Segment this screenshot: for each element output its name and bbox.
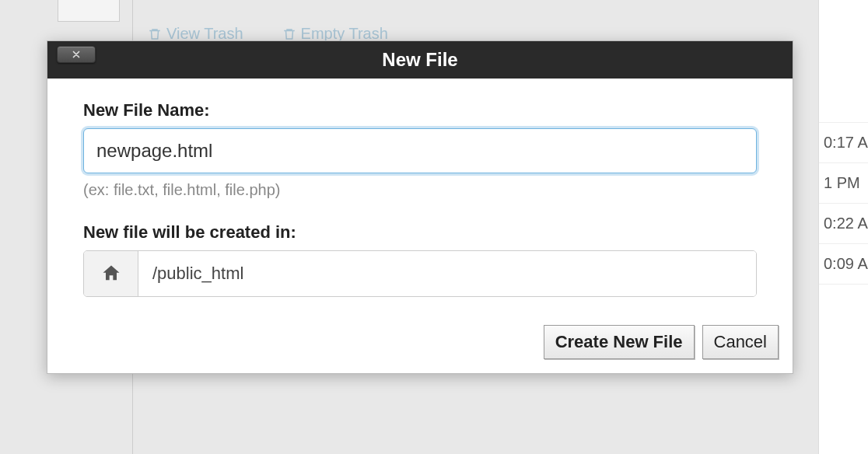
filename-label: New File Name: [83,100,757,120]
create-file-button[interactable]: Create New File [544,325,695,359]
home-icon [100,263,122,285]
filename-hint: (ex: file.txt, file.html, file.php) [83,181,757,199]
location-path[interactable]: /public_html [138,251,756,296]
new-file-dialog: New File New File Name: (ex: file.txt, f… [47,40,793,374]
location-label: New file will be created in: [83,222,757,243]
dialog-title: New File [382,49,457,70]
modal-overlay: New File New File Name: (ex: file.txt, f… [0,0,868,454]
home-button[interactable] [84,251,138,296]
filename-input[interactable] [83,128,757,173]
dialog-body: New File Name: (ex: file.txt, file.html,… [47,79,793,313]
cancel-button[interactable]: Cancel [702,325,779,359]
location-row: /public_html [83,250,757,297]
dialog-footer: Create New File Cancel [47,313,793,373]
close-button[interactable] [57,46,96,63]
dialog-header: New File [47,41,793,79]
close-icon [71,49,82,60]
